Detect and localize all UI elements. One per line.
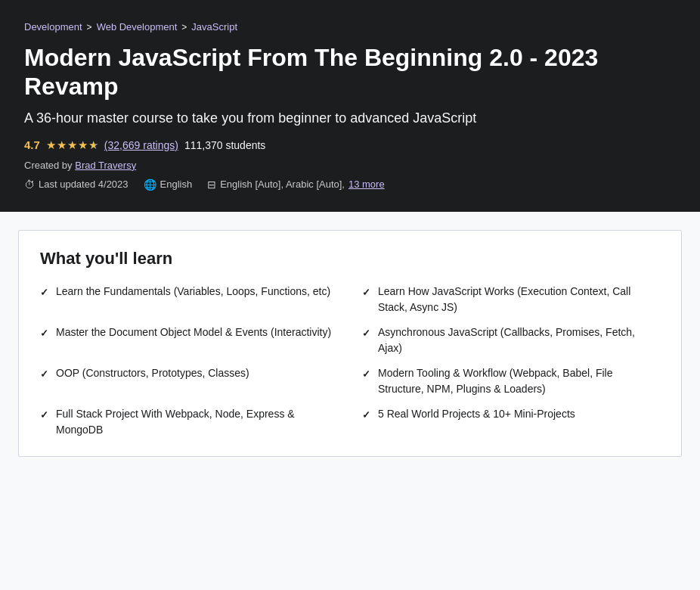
learn-text-3: OOP (Constructors, Prototypes, Classes) [56,365,338,381]
check-icon-4: ✓ [40,408,48,423]
learn-item-right-2: ✓ Asynchronous JavaScript (Callbacks, Pr… [362,324,660,356]
course-title: Modern JavaScript From The Beginning 2.0… [24,43,629,101]
learn-item-2: ✓ Master the Document Object Model & Eve… [40,324,338,356]
check-icon-2: ✓ [40,326,48,341]
hero-section: Development > Web Development > JavaScri… [0,0,700,212]
star-2: ★ [57,138,67,152]
breadcrumb-sep-1: > [87,22,92,33]
breadcrumb-development[interactable]: Development [24,21,82,33]
meta-row: ⏱ Last updated 4/2023 🌐 English ⊟ Englis… [24,179,676,191]
star-3: ★ [67,138,77,152]
learn-text-1: Learn the Fundamentals (Variables, Loops… [56,284,338,300]
captions-text: English [Auto], Arabic [Auto], [220,179,345,190]
created-by: Created by Brad Traversy [24,160,676,171]
star-5-half: ★ [88,138,98,152]
check-icon-3: ✓ [40,367,48,382]
learn-item-right-4: ✓ 5 Real World Projects & 10+ Mini-Proje… [362,406,660,438]
star-4: ★ [78,138,88,152]
breadcrumb: Development > Web Development > JavaScri… [24,21,676,33]
language-text: English [160,179,193,190]
ratings-link[interactable]: (32,669 ratings) [104,139,178,151]
breadcrumb-sep-2: > [181,22,187,33]
learn-section: What you'll learn ✓ Learn the Fundamenta… [18,230,682,457]
breadcrumb-web-development[interactable]: Web Development [97,21,178,33]
captions-more-link[interactable]: 13 more [348,179,385,190]
learn-text-r1: Learn How JavaScript Works (Execution Co… [378,284,660,315]
meta-updated: ⏱ Last updated 4/2023 [24,179,129,191]
learn-text-r4: 5 Real World Projects & 10+ Mini-Project… [378,406,660,422]
star-1: ★ [46,138,56,152]
stars: ★ ★ ★ ★ ★ [46,138,98,152]
meta-captions: ⊟ English [Auto], Arabic [Auto], 13 more [207,179,384,191]
course-subtitle: A 36-hour master course to take you from… [24,110,676,126]
check-icon-r1: ✓ [362,285,370,300]
clock-icon: ⏱ [24,179,35,191]
learn-text-4: Full Stack Project With Webpack, Node, E… [56,406,338,438]
caption-icon: ⊟ [207,179,216,191]
learn-text-r3: Modern Tooling & Workflow (Webpack, Babe… [378,365,660,397]
rating-row: 4.7 ★ ★ ★ ★ ★ (32,669 ratings) 111,370 s… [24,138,676,152]
globe-icon: 🌐 [144,179,156,191]
check-icon-r4: ✓ [362,408,370,423]
learn-item-1: ✓ Learn the Fundamentals (Variables, Loo… [40,284,338,315]
learn-item-4: ✓ Full Stack Project With Webpack, Node,… [40,406,338,438]
breadcrumb-javascript[interactable]: JavaScript [191,21,237,33]
check-icon-1: ✓ [40,285,48,300]
check-icon-r3: ✓ [362,367,370,382]
created-by-label: Created by [24,160,73,171]
learn-grid: ✓ Learn the Fundamentals (Variables, Loo… [40,284,660,438]
learn-text-r2: Asynchronous JavaScript (Callbacks, Prom… [378,324,660,356]
learn-title: What you'll learn [40,249,660,269]
learn-item-right-1: ✓ Learn How JavaScript Works (Execution … [362,284,660,315]
learn-text-2: Master the Document Object Model & Event… [56,324,338,340]
rating-number: 4.7 [24,138,40,151]
author-link[interactable]: Brad Traversy [75,160,136,171]
meta-language: 🌐 English [144,179,193,191]
last-updated-text: Last updated 4/2023 [39,179,129,190]
check-icon-r2: ✓ [362,326,370,341]
students-count: 111,370 students [184,139,265,151]
learn-item-right-3: ✓ Modern Tooling & Workflow (Webpack, Ba… [362,365,660,397]
learn-item-3: ✓ OOP (Constructors, Prototypes, Classes… [40,365,338,397]
